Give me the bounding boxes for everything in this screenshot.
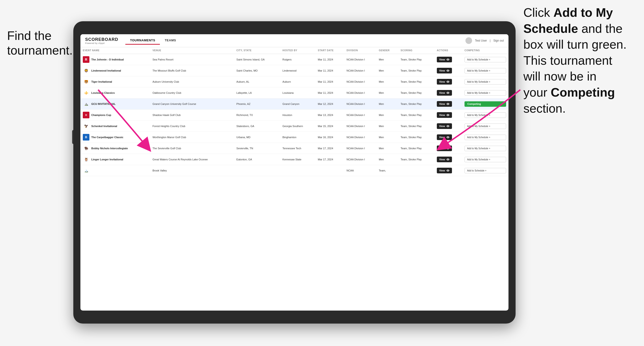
city-state-cell [234, 165, 280, 176]
view-button[interactable]: View [437, 157, 452, 162]
add-to-schedule-button[interactable]: Add to My Schedule + [464, 112, 506, 118]
tablet-device: SCOREBOARD Powered by clippd TOURNAMENTS… [73, 21, 516, 324]
start-date-cell: Mar 16, 2024 [316, 132, 344, 143]
actions-cell: View [434, 143, 462, 154]
actions-cell: View [434, 87, 462, 99]
tournaments-table: EVENT NAME VENUE CITY, STATE HOSTED BY S… [80, 47, 508, 176]
add-to-schedule-button[interactable]: Add to My Schedule + [464, 68, 506, 73]
competing-cell: Competing✓ [462, 99, 508, 110]
scoring-cell: Team, Stroke Play [398, 121, 434, 132]
scoring-cell: Team, Stroke Play [398, 76, 434, 87]
city-state-cell: Phoenix, AZ [234, 99, 280, 110]
division-cell: NCAA Division I [344, 87, 376, 99]
table-row: 🦅 Schenkel Invitational Forest Heights C… [80, 121, 508, 132]
view-label: View [439, 169, 445, 172]
view-button[interactable]: View [437, 101, 452, 107]
competing-button[interactable]: Competing✓ [464, 101, 506, 107]
svg-point-3 [448, 93, 448, 93]
view-label: View [439, 147, 445, 150]
col-header-start-date: START DATE [316, 47, 344, 54]
scoring-cell: Team, Stroke Play [398, 99, 434, 110]
actions-cell: View [434, 76, 462, 87]
venue-cell: The Sevierville Golf Club [150, 143, 234, 154]
sign-out-link[interactable]: Sign out [493, 39, 504, 42]
nav-tabs: TOURNAMENTS TEAMS [125, 37, 181, 45]
view-button[interactable]: View [437, 90, 452, 96]
division-cell: NCAA Division I [344, 65, 376, 76]
hosted-by-cell: Houston [280, 110, 315, 121]
start-date-cell: Mar 15, 2024 [316, 121, 344, 132]
city-state-cell: Saint Charles, MO [234, 65, 280, 76]
view-label: View [439, 125, 445, 128]
view-button[interactable]: View [437, 112, 452, 118]
scoring-cell: Team, Stroke Play [398, 154, 434, 165]
hosted-by-cell: Auburn [280, 76, 315, 87]
view-button[interactable]: View [437, 123, 452, 129]
start-date-cell: Mar 13, 2024 [316, 110, 344, 121]
col-header-hosted-by: HOSTED BY [280, 47, 315, 54]
city-state-cell: Lafayette, LA [234, 87, 280, 99]
user-label: Test User [475, 39, 487, 42]
scoring-cell: Team, Stroke Play [398, 110, 434, 121]
tab-teams[interactable]: TEAMS [160, 37, 181, 45]
venue-cell: The Missouri Bluffs Golf Club [150, 65, 234, 76]
division-cell: NCAA Division I [344, 132, 376, 143]
add-to-schedule-button[interactable]: Add to My Schedule + [464, 146, 506, 151]
competing-cell: Add to My Schedule + [462, 110, 508, 121]
add-to-schedule-button[interactable]: Add to My Schedule + [464, 135, 506, 140]
view-button[interactable]: View [437, 168, 452, 173]
competing-cell: Add to My Schedule + [462, 65, 508, 76]
scoring-cell: Team, Stroke Play [398, 65, 434, 76]
add-to-schedule-button[interactable]: Add to My Schedule + [464, 79, 506, 85]
venue-cell: Oakbourne Country Club [150, 87, 234, 99]
gender-cell: Men [376, 110, 398, 121]
city-state-cell: Eatonton, GA [234, 154, 280, 165]
app-header: SCOREBOARD Powered by clippd TOURNAMENTS… [80, 34, 508, 47]
add-to-schedule-button[interactable]: Add to Schedule + [464, 168, 506, 173]
add-schedule-label: Add to My Schedule + [467, 81, 490, 83]
gender-cell: Men [376, 121, 398, 132]
svg-point-5 [448, 115, 448, 116]
hosted-by-cell [280, 165, 315, 176]
svg-point-1 [448, 70, 448, 71]
add-schedule-label: Add to My Schedule + [467, 125, 490, 128]
view-button[interactable]: View [437, 79, 452, 85]
tab-tournaments[interactable]: TOURNAMENTS [125, 37, 160, 45]
add-to-schedule-button[interactable]: Add to My Schedule + [464, 57, 506, 62]
svg-point-2 [448, 81, 448, 82]
table-row: 🦬 Bobby Nichols Intercollegiate The Sevi… [80, 143, 508, 154]
competing-label: Competing [467, 103, 481, 105]
division-cell: NCAA Division I [344, 110, 376, 121]
view-label: View [439, 69, 445, 72]
add-to-schedule-button[interactable]: Add to My Schedule + [464, 124, 506, 129]
add-to-schedule-button[interactable]: Add to My Schedule + [464, 157, 506, 162]
eye-icon [446, 91, 450, 94]
event-name-text: Champions Cup [91, 114, 111, 116]
gender-cell: Men [376, 99, 398, 110]
eye-icon [446, 80, 450, 83]
team-logo: 🐯 [83, 78, 90, 85]
view-button[interactable]: View [437, 134, 452, 140]
actions-cell: View [434, 121, 462, 132]
user-avatar [466, 37, 472, 44]
venue-cell: Great Waters Course At Reynolds Lake Oco… [150, 154, 234, 165]
svg-point-10 [448, 170, 448, 171]
event-name-cell: 🏔️ [80, 165, 150, 176]
competing-cell: Add to My Schedule + [462, 154, 508, 165]
start-date-cell: Mar 11, 2024 [316, 87, 344, 99]
svg-point-8 [448, 148, 448, 149]
svg-point-9 [448, 159, 448, 160]
scoring-cell: Team, Stroke Play [398, 87, 434, 99]
view-button[interactable]: View [437, 146, 452, 151]
view-button[interactable]: View [437, 57, 452, 62]
view-button[interactable]: View [437, 68, 452, 73]
eye-icon [446, 102, 450, 106]
add-to-schedule-button[interactable]: Add to My Schedule + [464, 90, 506, 96]
team-logo: 🦁 [83, 67, 90, 74]
scoring-cell [398, 165, 434, 176]
venue-cell: Brook Valley [150, 165, 234, 176]
start-date-cell: Mar 17, 2024 [316, 154, 344, 165]
team-logo: 🦬 [83, 145, 90, 152]
hosted-by-cell: Lindenwood [280, 65, 315, 76]
header-separator: | [490, 39, 490, 42]
